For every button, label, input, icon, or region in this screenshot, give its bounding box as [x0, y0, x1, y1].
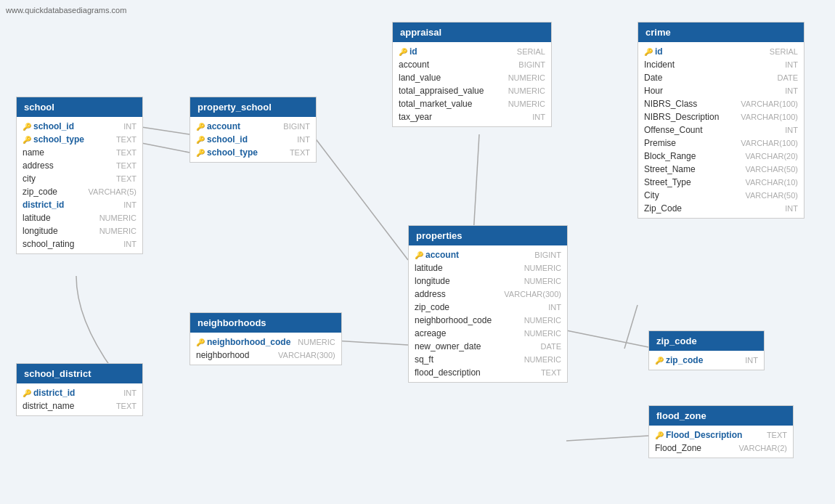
- table-neighborhoods: neighborhoods 🔑neighborhood_codeNUMERIC …: [190, 312, 342, 365]
- table-crime: crime 🔑idSERIAL IncidentINT DateDATE Hou…: [638, 22, 805, 219]
- svg-line-7: [624, 305, 638, 349]
- svg-line-6: [566, 436, 648, 441]
- col-school_id: 🔑school_id: [23, 121, 74, 131]
- table-school-district-header: school_district: [17, 364, 142, 383]
- col-flood_description: 🔑Flood_Description: [655, 430, 742, 440]
- svg-line-0: [142, 127, 190, 134]
- svg-line-1: [142, 143, 190, 153]
- table-crime-header: crime: [638, 23, 804, 42]
- svg-line-2: [312, 134, 408, 260]
- table-property-school-header: property_school: [190, 97, 316, 117]
- col-ps-account: 🔑account: [196, 121, 240, 131]
- table-properties-header: properties: [409, 226, 567, 245]
- table-school-district: school_district 🔑district_idINT district…: [16, 363, 143, 416]
- col-school_type: 🔑school_type: [23, 134, 84, 145]
- table-flood-zone-header: flood_zone: [649, 406, 793, 426]
- col-appraisal-id: 🔑id: [399, 46, 418, 57]
- table-neighborhoods-header: neighborhoods: [190, 313, 341, 333]
- col-crime-id: 🔑id: [644, 46, 663, 57]
- col-properties-account: 🔑account: [415, 250, 459, 260]
- col-zip_code: 🔑zip_code: [655, 355, 703, 365]
- table-zip-code-header: zip_code: [649, 331, 764, 351]
- col-neighborhood_code: 🔑neighborhood_code: [196, 337, 290, 347]
- table-flood-zone: flood_zone 🔑Flood_DescriptionTEXT Flood_…: [648, 405, 794, 458]
- svg-line-5: [566, 330, 648, 347]
- table-property-school: property_school 🔑accountBIGINT 🔑school_i…: [190, 97, 317, 163]
- col-ps-school_type: 🔑school_type: [196, 147, 258, 158]
- table-school: school 🔑school_idINT 🔑school_typeTEXT na…: [16, 97, 143, 254]
- col-ps-school_id: 🔑school_id: [196, 134, 248, 145]
- watermark-text: www.quickdatabasediagrams.com: [6, 6, 126, 15]
- col-district_id: 🔑district_id: [23, 388, 75, 398]
- canvas: www.quickdatabasediagrams.com school 🔑sc…: [0, 0, 835, 504]
- table-zip-code: zip_code 🔑zip_codeINT: [648, 330, 765, 370]
- table-school-header: school: [17, 97, 142, 117]
- table-appraisal: appraisal 🔑idSERIAL accountBIGINT land_v…: [392, 22, 552, 127]
- table-appraisal-header: appraisal: [393, 23, 551, 42]
- table-properties: properties 🔑accountBIGINT latitudeNUMERI…: [408, 225, 568, 383]
